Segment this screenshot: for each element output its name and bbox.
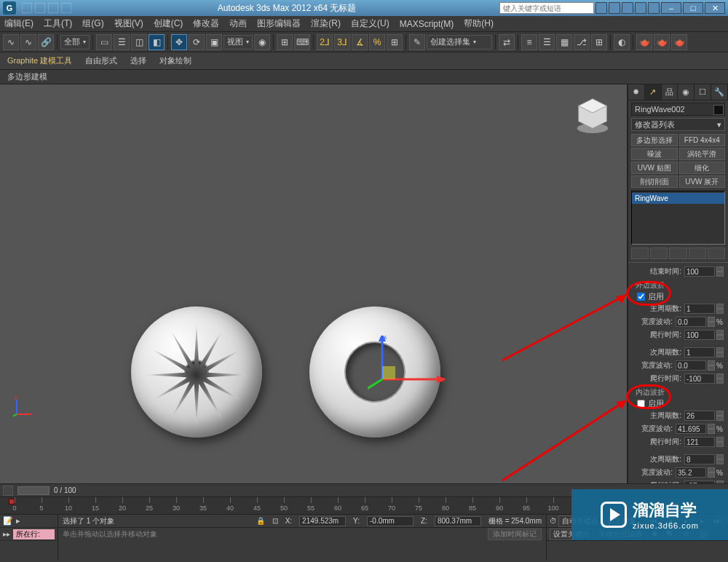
menu-customize[interactable]: 自定义(U): [351, 17, 389, 30]
menu-views[interactable]: 视图(V): [114, 17, 143, 30]
mod-btn-ffd[interactable]: FFD 4x4x4: [679, 134, 726, 146]
menu-tools[interactable]: 工具(T): [44, 17, 72, 30]
layers-icon[interactable]: ☰: [539, 34, 555, 50]
stack-item-ringwave[interactable]: RingWave: [632, 193, 724, 204]
help-b-icon[interactable]: [622, 2, 633, 14]
crawltime3-spinner[interactable]: [684, 437, 715, 447]
scale-icon[interactable]: ▣: [206, 34, 222, 50]
qat-save-icon[interactable]: [35, 3, 45, 13]
move-icon[interactable]: ✥: [171, 34, 187, 50]
widthflux2-spinner[interactable]: [676, 360, 706, 371]
ringwave-object-left[interactable]: [131, 306, 262, 438]
curve-editor-icon[interactable]: ⎇: [574, 34, 590, 50]
endtime-spinner[interactable]: [684, 266, 715, 277]
create-tab-icon[interactable]: ✸: [628, 84, 645, 100]
select-icon[interactable]: ▭: [96, 34, 112, 50]
refcoord-dropdown[interactable]: 视图▾: [223, 35, 253, 50]
select-region-icon[interactable]: ◫: [131, 34, 147, 50]
percentsnap-icon[interactable]: %: [369, 34, 385, 50]
crawltime1-spinner[interactable]: [684, 330, 715, 340]
prompt-field[interactable]: 所在行:: [13, 529, 55, 539]
hierarchy-tab-icon[interactable]: 品: [662, 84, 678, 100]
qat-open-icon[interactable]: [22, 3, 32, 13]
render-prod-icon[interactable]: 🫖: [671, 34, 687, 50]
keyframe-marker[interactable]: [9, 499, 15, 504]
lock-icon[interactable]: 🔒: [256, 517, 265, 525]
z-coord[interactable]: [435, 516, 481, 526]
time-slider-thumb[interactable]: [17, 486, 50, 495]
modify-tab-icon[interactable]: ↗: [645, 84, 662, 100]
inner-enable-checkbox[interactable]: [637, 400, 645, 408]
ribbon-freeform[interactable]: 自由形式: [85, 55, 117, 66]
addtag-button[interactable]: 添加时间标记: [488, 529, 542, 540]
editnamed-icon[interactable]: ✎: [409, 34, 425, 50]
selection-filter-dropdown[interactable]: 全部▾: [60, 35, 90, 50]
config-sets-icon[interactable]: [708, 248, 725, 259]
widthflux4-spinner[interactable]: [676, 467, 706, 478]
star-icon[interactable]: [635, 2, 646, 14]
redo-link-icon[interactable]: ∿: [20, 34, 36, 50]
modifier-list-dropdown[interactable]: 修改器列表▾: [631, 118, 725, 131]
help-icon[interactable]: [648, 2, 660, 14]
menu-edit[interactable]: 编辑(E): [4, 17, 33, 30]
viewport[interactable]: z x z: [0, 84, 628, 483]
search-input[interactable]: [499, 2, 594, 14]
spinner-snap-icon[interactable]: ⊞: [387, 34, 403, 50]
ribbon-graphite[interactable]: Graphite 建模工具: [7, 55, 72, 66]
align-icon[interactable]: ≡: [521, 34, 537, 50]
x-coord[interactable]: [299, 516, 346, 526]
qat-undo-icon[interactable]: [48, 3, 58, 13]
display-tab-icon[interactable]: ☐: [695, 84, 711, 100]
script-rec-icon[interactable]: 📝: [3, 516, 13, 526]
script-run-icon[interactable]: ▸: [16, 516, 20, 526]
search-icon[interactable]: [596, 2, 607, 14]
ringwave-object-right[interactable]: [309, 306, 440, 438]
crawltime2-spinner[interactable]: [684, 373, 715, 384]
viewcube[interactable]: [571, 93, 614, 135]
mod-btn-noise[interactable]: 噪波: [631, 148, 678, 160]
help-a-icon[interactable]: [609, 2, 620, 14]
link-icon[interactable]: 🔗: [38, 34, 54, 50]
outer-enable-checkbox[interactable]: [637, 293, 645, 301]
remove-mod-icon[interactable]: [689, 248, 706, 259]
mod-btn-tessellate[interactable]: 细化: [679, 162, 726, 174]
utilities-tab-icon[interactable]: 🔧: [711, 84, 728, 100]
object-name-field[interactable]: RingWave002: [631, 103, 725, 116]
render-setup-icon[interactable]: 🫖: [636, 34, 652, 50]
qat-redo-icon[interactable]: [61, 3, 71, 13]
mirror-icon[interactable]: ⇄: [499, 34, 515, 50]
widthflux1-spinner[interactable]: [676, 317, 706, 327]
material-editor-icon[interactable]: ◐: [614, 34, 630, 50]
window-crossing-icon[interactable]: ◧: [149, 34, 165, 50]
graphite-toggle-icon[interactable]: ▦: [556, 34, 572, 50]
crawltime4-spinner[interactable]: [684, 480, 715, 483]
ribbon-selection[interactable]: 选择: [130, 55, 146, 66]
menu-grapheditors[interactable]: 图形编辑器: [257, 17, 301, 30]
rotate-icon[interactable]: ⟳: [189, 34, 205, 50]
y-coord[interactable]: [367, 516, 414, 526]
menu-help[interactable]: 帮助(H): [464, 17, 494, 30]
menu-modifiers[interactable]: 修改器: [193, 17, 219, 30]
mainperiod2-spinner[interactable]: [684, 411, 715, 421]
mainperiod1-spinner[interactable]: [684, 304, 715, 314]
subperiod2-spinner[interactable]: [684, 454, 715, 464]
schematic-icon[interactable]: ⊞: [591, 34, 607, 50]
select-manip-icon[interactable]: ⊞: [277, 34, 293, 50]
spin-up[interactable]: [716, 266, 724, 272]
menu-create[interactable]: 创建(C): [154, 17, 183, 30]
mod-btn-slice[interactable]: 剖切剖面: [631, 175, 678, 188]
menu-animation[interactable]: 动画: [229, 17, 247, 30]
select-name-icon[interactable]: ☰: [114, 34, 130, 50]
unique-icon[interactable]: [669, 248, 687, 259]
show-end-icon[interactable]: [650, 248, 668, 259]
keyboard-shortcut-icon[interactable]: ⌨: [294, 34, 310, 50]
time-config-icon[interactable]: [3, 486, 13, 496]
ribbon-objpaint[interactable]: 对象绘制: [159, 55, 191, 66]
widthflux3-spinner[interactable]: [676, 424, 706, 434]
snap2d-icon[interactable]: 2⅃: [317, 34, 333, 50]
subperiod1-spinner[interactable]: [684, 347, 715, 357]
spin-down[interactable]: [716, 272, 724, 277]
motion-tab-icon[interactable]: ◉: [678, 84, 695, 100]
render-frame-icon[interactable]: 🫖: [654, 34, 670, 50]
undo-link-icon[interactable]: ∿: [3, 34, 19, 50]
